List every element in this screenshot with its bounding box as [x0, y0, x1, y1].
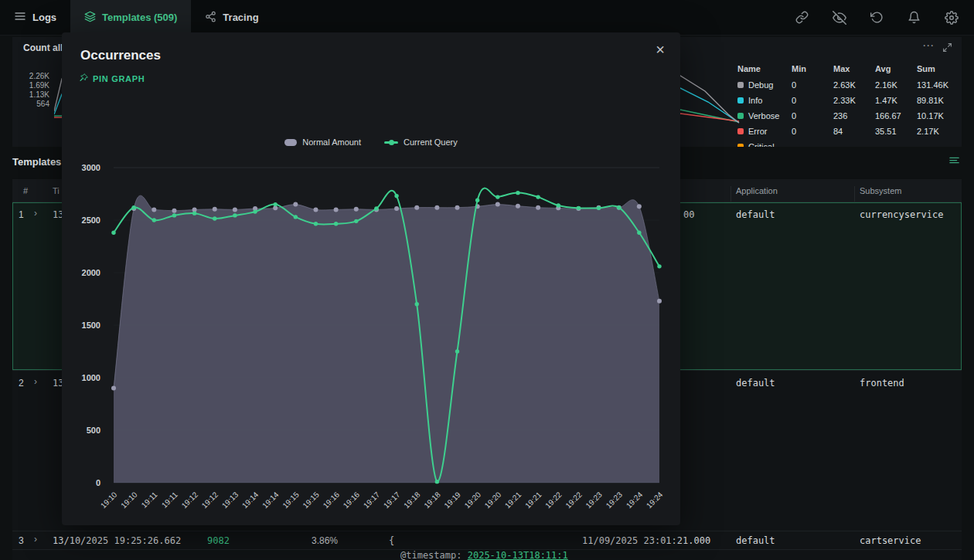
svg-text:2500: 2500	[82, 216, 100, 225]
tab-tracing[interactable]: Tracing	[191, 0, 272, 35]
row-number: 3	[19, 535, 24, 546]
svg-text:19:22: 19:22	[564, 490, 584, 510]
tab-templates-label: Templates (509)	[102, 12, 177, 23]
svg-text:19:15: 19:15	[301, 490, 321, 510]
svg-text:19:12: 19:12	[180, 490, 200, 510]
svg-text:1500: 1500	[82, 321, 100, 330]
severity-row-info[interactable]: Info02.33K1.47K89.81K	[737, 93, 962, 108]
svg-text:19:12: 19:12	[200, 490, 220, 510]
hamburger-icon	[14, 10, 26, 25]
chevron-down-icon[interactable]: ›	[34, 534, 37, 545]
legend-item-current-query[interactable]: Current Query	[384, 137, 458, 147]
column-divider	[854, 186, 855, 202]
json-value[interactable]: 2025-10-13T18:11:1	[468, 550, 568, 560]
severity-row-error[interactable]: Error08435.512.17K	[737, 124, 962, 139]
svg-text:19:17: 19:17	[382, 490, 402, 510]
svg-text:19:13: 19:13	[220, 490, 240, 510]
count-all-title: Count all	[23, 42, 63, 53]
row-count: 9082	[207, 535, 230, 546]
row-application: default	[736, 535, 775, 546]
more-options-icon[interactable]: ⋯	[922, 39, 934, 53]
tab-logs[interactable]: Logs	[0, 0, 70, 35]
svg-text:19:10: 19:10	[99, 490, 119, 510]
chart-legend: Normal Amount Current Query	[62, 137, 680, 147]
svg-text:19:18: 19:18	[402, 490, 422, 510]
svg-text:19:22: 19:22	[543, 490, 564, 510]
svg-text:2000: 2000	[82, 268, 100, 277]
app-root: Logs Templates (509) Tracing	[0, 0, 974, 560]
count-chart-y-axis: 2.26K 1.69K 1.13K 564	[20, 72, 49, 109]
row-timestamp: 13/10/2025 19:25:26.662	[53, 535, 181, 546]
svg-text:19:20: 19:20	[483, 490, 503, 510]
layers-icon	[84, 11, 96, 25]
svg-text:19:14: 19:14	[240, 490, 261, 510]
severity-row-verbose[interactable]: Verbose0236166.6710.17K	[737, 108, 962, 124]
occurrences-modal: Occurrences PIN GRAPH × Normal Amount Cu…	[62, 32, 680, 525]
history-icon[interactable]	[870, 11, 884, 24]
col-header-time[interactable]: Ti	[53, 186, 60, 195]
svg-text:19:21: 19:21	[523, 490, 543, 510]
svg-text:500: 500	[87, 426, 100, 435]
row-number: 1	[19, 209, 24, 220]
json-key: @timestamp:	[400, 550, 461, 560]
stats-header-row: Name Min Max Avg Sum	[737, 60, 962, 77]
row-timestamp-2: 11/09/2025 23:01:21.000	[582, 535, 710, 546]
topbar-actions	[795, 0, 974, 35]
svg-text:19:20: 19:20	[463, 490, 483, 510]
expanded-json-field: @timestamp: 2025-10-13T18:11:1	[12, 550, 962, 560]
col-header-subsystem[interactable]: Subsystem	[860, 186, 901, 195]
current-query-swatch	[384, 141, 398, 144]
svg-text:19:16: 19:16	[342, 490, 362, 510]
severity-color-swatch	[737, 82, 744, 88]
svg-text:19:11: 19:11	[160, 490, 179, 509]
svg-text:0: 0	[96, 478, 100, 487]
link-icon[interactable]	[795, 11, 809, 24]
legend-label: Normal Amount	[302, 137, 361, 147]
svg-text:19:19: 19:19	[442, 490, 462, 510]
svg-text:19:16: 19:16	[322, 490, 342, 510]
legend-item-normal-amount[interactable]: Normal Amount	[284, 137, 361, 147]
severity-color-swatch	[737, 113, 744, 119]
column-divider	[730, 186, 731, 202]
expand-icon[interactable]	[942, 42, 952, 55]
svg-text:3000: 3000	[82, 163, 100, 172]
col-header-application[interactable]: Application	[736, 186, 778, 195]
occurrences-chart[interactable]: 05001000150020002500300019:1019:1019:111…	[62, 32, 680, 525]
row-json-preview: {	[389, 535, 394, 546]
severity-color-swatch	[737, 128, 744, 134]
gear-icon[interactable]	[945, 11, 959, 25]
chevron-right-icon[interactable]: ›	[34, 208, 37, 219]
svg-text:19:23: 19:23	[604, 490, 625, 510]
svg-text:19:24: 19:24	[625, 490, 645, 510]
row-timestamp-tail: 00	[683, 209, 694, 220]
tab-logs-label: Logs	[32, 12, 56, 23]
column-settings-icon[interactable]	[948, 154, 960, 168]
legend-label: Current Query	[404, 137, 458, 147]
tab-templates[interactable]: Templates (509)	[70, 0, 191, 35]
svg-text:1000: 1000	[82, 373, 100, 382]
eye-off-icon[interactable]	[833, 11, 846, 25]
svg-text:19:17: 19:17	[362, 490, 382, 510]
topbar: Logs Templates (509) Tracing	[0, 0, 974, 36]
normal-amount-swatch	[284, 139, 297, 146]
row-subsystem: frontend	[860, 378, 904, 389]
bell-icon[interactable]	[908, 11, 921, 24]
severity-stats-table: Name Min Max Avg Sum Debug02.63K2.16K131…	[737, 60, 962, 147]
svg-text:19:24: 19:24	[645, 490, 665, 510]
row-subsystem: currencyservice	[860, 209, 943, 220]
severity-row-debug[interactable]: Debug02.63K2.16K131.46K	[737, 77, 962, 93]
severity-color-swatch	[737, 144, 744, 147]
svg-text:19:21: 19:21	[503, 490, 523, 510]
svg-text:19:14: 19:14	[261, 490, 281, 510]
severity-row-critical[interactable]: Critical	[737, 139, 962, 147]
svg-text:19:11: 19:11	[140, 490, 159, 509]
col-header-num[interactable]: #	[23, 186, 28, 195]
row-application: default	[736, 378, 775, 389]
row-application: default	[736, 209, 775, 220]
table-row[interactable]: 3 › 13/10/2025 19:25:26.662 9082 3.86% {…	[12, 531, 962, 550]
chevron-right-icon[interactable]: ›	[34, 376, 37, 387]
svg-text:19:10: 19:10	[119, 490, 139, 510]
svg-text:19:15: 19:15	[281, 490, 301, 510]
row-percent: 3.86%	[312, 535, 338, 546]
tab-tracing-label: Tracing	[223, 12, 258, 23]
